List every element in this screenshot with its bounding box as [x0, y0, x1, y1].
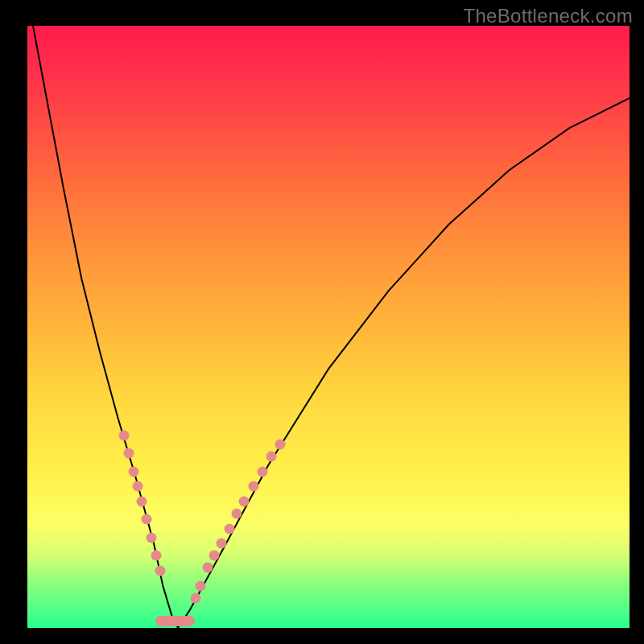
- watermark-text: TheBottleneck.com: [463, 5, 633, 27]
- v-curve-svg: [27, 26, 630, 628]
- marker-right-7: [239, 496, 250, 506]
- bottom-segment: [155, 616, 195, 626]
- marker-right-11: [275, 439, 286, 449]
- marker-right-6: [232, 508, 242, 518]
- chart-frame: TheBottleneck.com: [0, 0, 644, 644]
- marker-left-4: [137, 496, 147, 506]
- marker-left-6: [147, 532, 157, 543]
- marker-right-4: [216, 539, 226, 549]
- marker-right-5: [224, 523, 234, 534]
- plot-area: [27, 26, 630, 628]
- marker-right-10: [266, 451, 276, 461]
- marker-right-9: [257, 466, 267, 477]
- marker-left-5: [142, 514, 152, 525]
- marker-right-0: [191, 592, 201, 603]
- marker-left-3: [132, 481, 142, 492]
- marker-right-1: [196, 580, 206, 591]
- marker-right-8: [248, 481, 258, 492]
- marker-left-0: [118, 430, 129, 440]
- marker-left-1: [123, 448, 134, 459]
- marker-left-8: [155, 565, 165, 576]
- marker-left-7: [151, 551, 162, 561]
- v-curve-path: [27, 26, 630, 628]
- marker-left-2: [128, 466, 138, 477]
- marker-right-2: [203, 563, 213, 573]
- marker-right-3: [208, 551, 219, 561]
